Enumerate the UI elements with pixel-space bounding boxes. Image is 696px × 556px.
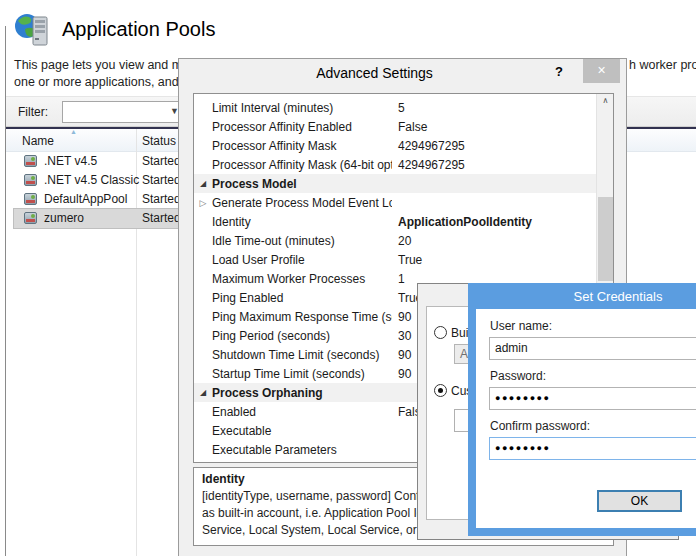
settings-row[interactable]: Processor Affinity EnabledFalse <box>194 117 596 136</box>
pool-status: Started <box>142 192 181 206</box>
pool-status: Started <box>142 154 181 168</box>
settings-row[interactable]: Processor Affinity Mask (64-bit option)4… <box>194 155 596 174</box>
pool-status: Started <box>142 173 181 187</box>
set-credentials-dialog: Set Credentials User name: admin Passwor… <box>468 283 696 536</box>
pool-status: Started <box>142 211 181 225</box>
settings-category-row[interactable]: ◢Process Model <box>194 174 596 193</box>
app-pool-icon <box>24 174 37 186</box>
setting-name: Process Model <box>212 177 592 191</box>
setting-value[interactable]: 20 <box>392 234 596 248</box>
setting-name: Processor Affinity Mask (64-bit option) <box>212 158 392 172</box>
settings-row[interactable]: Limit Interval (minutes)5 <box>194 98 596 117</box>
setting-value[interactable]: 5 <box>392 101 596 115</box>
app-pool-icon <box>24 212 37 224</box>
column-header-name[interactable]: Name <box>22 134 54 148</box>
settings-row[interactable]: IdentityApplicationPoolIdentity <box>194 212 596 231</box>
intro-text-line2: one or more applications, and <box>14 75 179 89</box>
app-pool-icon <box>24 155 37 167</box>
setting-name: Generate Process Model Event Log Entry <box>212 196 392 210</box>
setting-name: Load User Profile <box>212 253 392 267</box>
intro-text-fragment: h worker proce <box>629 58 696 72</box>
application-pools-icon <box>13 11 51 49</box>
setting-value[interactable]: ApplicationPoolIdentity <box>392 215 596 229</box>
setting-name: Executable <box>212 424 392 438</box>
list-item[interactable]: zumeroStarted <box>14 209 186 228</box>
column-header-status[interactable]: Status <box>142 134 176 148</box>
setting-name: Identity <box>212 215 392 229</box>
help-icon[interactable]: ? <box>555 64 563 79</box>
builtin-account-radio[interactable] <box>434 326 447 339</box>
collapse-icon[interactable]: ◢ <box>194 388 212 397</box>
setting-value[interactable]: False <box>392 120 596 134</box>
pool-name: zumero <box>44 211 84 225</box>
collapse-icon[interactable]: ◢ <box>194 179 212 188</box>
setting-value[interactable]: 4294967295 <box>392 158 596 172</box>
settings-row[interactable]: Processor Affinity Mask4294967295 <box>194 136 596 155</box>
setting-value[interactable]: True <box>392 253 596 267</box>
page-title: Application Pools <box>62 18 215 41</box>
scrollbar-thumb[interactable] <box>598 197 613 281</box>
setting-name: Shutdown Time Limit (seconds) <box>212 348 392 362</box>
scroll-up-icon[interactable]: ∧ <box>597 96 614 105</box>
setting-name: Ping Period (seconds) <box>212 329 392 343</box>
settings-row[interactable]: Load User ProfileTrue <box>194 250 596 269</box>
app-pool-icon <box>24 193 37 205</box>
settings-row[interactable]: ▷Generate Process Model Event Log Entry <box>194 193 596 212</box>
pool-name: .NET v4.5 Classic <box>44 173 139 187</box>
setting-name: Startup Time Limit (seconds) <box>212 367 392 381</box>
setting-name: Enabled <box>212 405 392 419</box>
filter-label: Filter: <box>18 105 48 119</box>
setting-name: Processor Affinity Mask <box>212 139 392 153</box>
setting-value[interactable]: 4294967295 <box>392 139 596 153</box>
setting-name: Processor Affinity Enabled <box>212 120 392 134</box>
sort-ascending-icon: ▲ <box>70 128 77 135</box>
setting-name: Executable Parameters <box>212 443 392 457</box>
pool-name: DefaultAppPool <box>44 192 127 206</box>
expand-icon[interactable]: ▷ <box>194 198 212 208</box>
settings-row[interactable]: Idle Time-out (minutes)20 <box>194 231 596 250</box>
custom-account-radio[interactable] <box>434 384 447 397</box>
setting-name: Maximum Worker Processes <box>212 272 392 286</box>
close-icon[interactable]: × <box>583 59 620 83</box>
setting-name: Ping Maximum Response Time (seconds) <box>212 310 392 324</box>
setting-name: Idle Time-out (minutes) <box>212 234 392 248</box>
intro-text-line1: This page lets you view and m <box>14 58 182 72</box>
setting-name: Ping Enabled <box>212 291 392 305</box>
setting-name: Limit Interval (minutes) <box>212 101 392 115</box>
dialog-title: Set Credentials <box>468 283 696 536</box>
filter-input[interactable]: ▼ <box>62 101 184 123</box>
pool-name: .NET v4.5 <box>44 154 97 168</box>
